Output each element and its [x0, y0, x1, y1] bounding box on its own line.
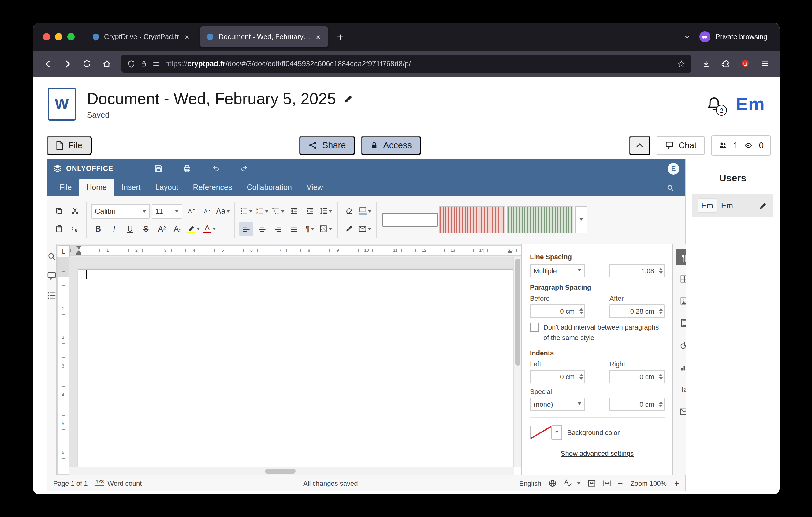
ublock-icon[interactable]	[737, 55, 754, 72]
notifications-bell-button[interactable]: 2	[706, 96, 722, 112]
access-button[interactable]: Access	[361, 136, 421, 155]
select-all-icon[interactable]	[68, 222, 82, 236]
line-spacing-icon[interactable]	[319, 204, 333, 218]
document-canvas[interactable]	[69, 257, 521, 475]
bookmark-star-icon[interactable]	[677, 60, 685, 68]
paragraph-shading-icon[interactable]	[319, 222, 333, 236]
menu-references[interactable]: References	[186, 179, 239, 196]
menu-home[interactable]: Home	[79, 179, 114, 196]
menu-view[interactable]: View	[299, 179, 330, 196]
style-preview-1[interactable]	[383, 213, 438, 227]
fit-width-icon[interactable]	[602, 479, 611, 487]
extensions-puzzle-icon[interactable]	[717, 55, 734, 72]
interval-checkbox[interactable]	[530, 323, 539, 332]
background-color-dropdown-icon[interactable]	[552, 425, 562, 440]
font-color-icon[interactable]: A	[203, 222, 216, 236]
chat-button[interactable]: Chat	[657, 136, 705, 155]
align-justify-icon[interactable]	[287, 222, 301, 236]
language-select[interactable]: English	[519, 479, 541, 487]
close-tab-icon[interactable]: ×	[315, 32, 322, 42]
page-color-icon[interactable]	[358, 204, 372, 218]
menu-file[interactable]: File	[52, 179, 79, 196]
document-title[interactable]: Document - Wed, February 5, 2025	[87, 89, 336, 108]
change-case-icon[interactable]: Aa	[216, 204, 230, 218]
user-avatar-initials[interactable]: Em	[736, 94, 765, 114]
underline-icon[interactable]: U	[123, 222, 137, 236]
menu-collaboration[interactable]: Collaboration	[239, 179, 299, 196]
save-icon[interactable]	[144, 164, 173, 173]
print-icon[interactable]	[173, 164, 201, 173]
editor-search-icon[interactable]	[666, 184, 680, 196]
undo-icon[interactable]	[201, 164, 230, 173]
menu-layout[interactable]: Layout	[148, 179, 186, 196]
downloads-icon[interactable]	[698, 55, 715, 72]
subscript-icon[interactable]: A₂	[171, 222, 185, 236]
multilevel-list-icon[interactable]	[271, 204, 286, 218]
home-icon[interactable]	[98, 55, 115, 72]
special-indent-select[interactable]: (none)	[530, 398, 585, 411]
find-icon[interactable]	[47, 252, 56, 261]
vertical-scrollbar-thumb[interactable]	[515, 258, 520, 366]
background-color-swatch[interactable]	[530, 426, 552, 439]
indent-left-spinner[interactable]: 0 cm	[530, 370, 585, 383]
tracking-protection-shield-icon[interactable]	[127, 60, 135, 68]
line-spacing-amount-spinner[interactable]: 1.08	[609, 264, 665, 277]
mail-merge-icon[interactable]	[358, 222, 372, 236]
tab-cryptdrive[interactable]: CryptDrive - CryptPad.fr ×	[86, 26, 197, 47]
copy-icon[interactable]	[52, 204, 66, 218]
advanced-settings-link[interactable]: Show advanced settings	[561, 450, 634, 457]
font-size-select[interactable]: 11	[152, 204, 182, 218]
list-all-tabs-chevron-icon[interactable]	[678, 33, 696, 40]
left-indent-marker[interactable]	[77, 253, 81, 255]
share-button[interactable]: Share	[299, 136, 355, 155]
align-center-icon[interactable]	[256, 222, 269, 236]
word-count-button[interactable]: 123 Word count	[96, 479, 142, 487]
presence-counts[interactable]: 1 0	[711, 135, 771, 155]
navigation-headings-icon[interactable]	[47, 291, 56, 300]
close-window-button[interactable]	[43, 33, 50, 40]
zoom-out-button[interactable]: −	[618, 478, 622, 488]
italic-icon[interactable]: I	[107, 222, 121, 236]
horizontal-scrollbar[interactable]	[69, 467, 514, 475]
zoom-window-button[interactable]	[67, 33, 75, 40]
style-preview-2[interactable]	[440, 207, 506, 234]
align-right-icon[interactable]	[271, 222, 286, 236]
numbering-icon[interactable]: 12	[256, 204, 269, 218]
minimize-window-button[interactable]	[55, 33, 62, 40]
tab-stop-selector[interactable]: L	[58, 245, 70, 257]
superscript-icon[interactable]: A²	[155, 222, 169, 236]
collaborator-avatar[interactable]: E	[668, 163, 679, 174]
copy-style-icon[interactable]	[342, 222, 356, 236]
horizontal-scrollbar-thumb[interactable]	[265, 469, 295, 473]
close-tab-icon[interactable]: ×	[183, 32, 190, 42]
increase-indent-icon[interactable]	[303, 204, 317, 218]
highlight-color-icon[interactable]	[186, 222, 201, 236]
decrease-font-icon[interactable]: A	[200, 204, 214, 218]
spell-check-icon[interactable]	[563, 479, 580, 487]
font-name-select[interactable]: Calibri	[91, 204, 150, 218]
url-bar[interactable]: https://cryptpad.fr/doc/#/3/doc/edit/ff0…	[121, 55, 692, 73]
special-indent-spinner[interactable]: 0 cm	[609, 398, 665, 411]
nonprinting-characters-icon[interactable]: ¶	[303, 222, 317, 236]
document-page[interactable]	[78, 269, 521, 475]
zoom-level[interactable]: Zoom 100%	[630, 479, 668, 487]
hanging-indent-marker[interactable]	[77, 247, 81, 253]
file-button[interactable]: File	[47, 136, 91, 155]
strikeout-icon[interactable]: S	[139, 222, 153, 236]
style-gallery-expand-icon[interactable]	[576, 207, 588, 234]
forward-icon[interactable]	[59, 55, 76, 72]
paste-icon[interactable]	[52, 222, 66, 236]
increase-font-icon[interactable]: A	[184, 204, 198, 218]
align-left-icon[interactable]	[239, 222, 254, 236]
tab-document[interactable]: Document - Wed, February 5, 2 ×	[200, 26, 328, 47]
menu-hamburger-icon[interactable]	[756, 55, 774, 72]
vertical-scrollbar[interactable]	[513, 257, 521, 467]
permissions-icon[interactable]	[152, 60, 160, 68]
clear-style-icon[interactable]	[342, 204, 356, 218]
new-tab-button[interactable]: +	[332, 31, 349, 42]
menu-insert[interactable]: Insert	[114, 179, 148, 196]
user-list-item[interactable]: Em Em	[692, 194, 774, 217]
bold-icon[interactable]: B	[91, 222, 105, 236]
zoom-in-button[interactable]: +	[674, 478, 679, 488]
decrease-indent-icon[interactable]	[287, 204, 301, 218]
